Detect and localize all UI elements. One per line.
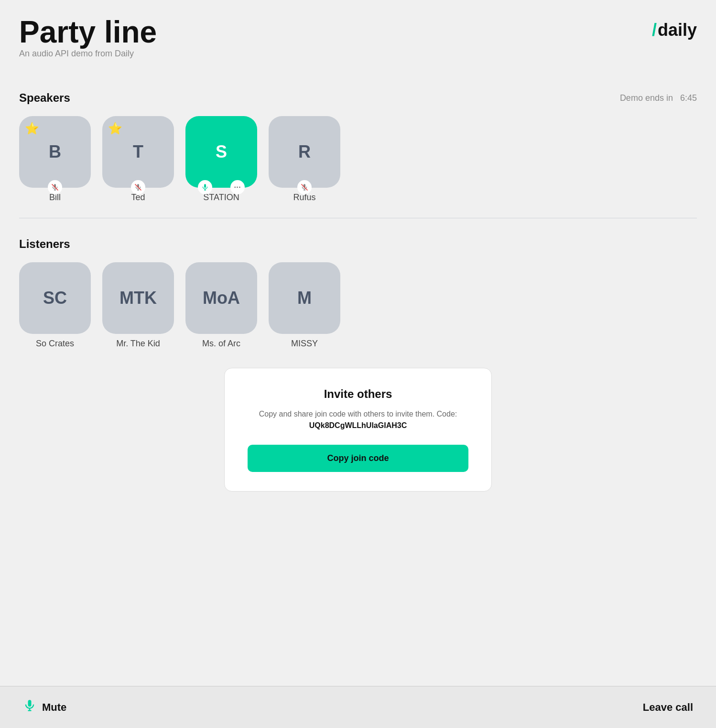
mic-svg <box>23 699 36 712</box>
copy-join-code-button[interactable]: Copy join code <box>248 445 468 472</box>
listener-ms-of-arc: MoA Ms. of Arc <box>185 262 257 349</box>
listeners-section-header: Listeners <box>19 237 697 251</box>
page-title: Party line <box>19 15 157 49</box>
avatar-bill: ⭐ B <box>19 116 91 188</box>
star-icon-bill: ⭐ <box>25 122 39 135</box>
avatar-station: S ··· <box>185 116 257 188</box>
invite-card: Invite others Copy and share join code w… <box>224 368 492 492</box>
bottom-bar: Mute Leave call <box>0 686 716 728</box>
subtitle: An audio API demo from Daily <box>19 49 157 59</box>
logo-text: daily <box>658 20 697 40</box>
avatar-missy: M <box>269 262 340 334</box>
listener-so-crates: SC So Crates <box>19 262 91 349</box>
muted-mic-icon-bill <box>51 183 59 191</box>
listener-missy-name: MISSY <box>291 339 318 349</box>
avatar-so-crates: SC <box>19 262 91 334</box>
muted-mic-icon-ted <box>134 183 142 191</box>
speakers-section-header: Speakers Demo ends in 6:45 <box>19 91 697 105</box>
invite-description: Copy and share join code with others to … <box>248 408 468 431</box>
listener-mr-the-kid: MTK Mr. The Kid <box>102 262 174 349</box>
listeners-row: SC So Crates MTK Mr. The Kid MoA Ms. of … <box>19 262 697 349</box>
svg-rect-8 <box>204 184 206 188</box>
speaker-rufus: R Rufus <box>269 116 340 203</box>
more-options-station[interactable]: ··· <box>230 180 245 194</box>
svg-rect-15 <box>28 700 32 707</box>
mute-indicator-bill <box>48 180 62 194</box>
speaker-bill: ⭐ B Bill <box>19 116 91 203</box>
speaker-ted: ⭐ T Ted <box>102 116 174 203</box>
header: Party line An audio API demo from Daily … <box>19 15 697 87</box>
avatar-ms-of-arc: MoA <box>185 262 257 334</box>
section-divider <box>19 218 697 218</box>
microphone-icon <box>23 699 36 716</box>
mute-indicator-rufus <box>297 180 312 194</box>
invite-code: UQk8DCgWLLhUlaGIAH3C <box>309 421 407 429</box>
demo-timer: Demo ends in 6:45 <box>620 93 697 103</box>
mute-label: Mute <box>42 701 66 714</box>
speakers-row: ⭐ B Bill ⭐ T <box>19 116 697 203</box>
mute-indicator-ted <box>131 180 145 194</box>
listener-so-crates-name: So Crates <box>36 339 74 349</box>
avatar-mr-the-kid: MTK <box>102 262 174 334</box>
listener-mr-the-kid-name: Mr. The Kid <box>116 339 160 349</box>
star-icon-ted: ⭐ <box>108 122 122 135</box>
speaker-station: S ··· STATION <box>185 116 257 203</box>
avatar-rufus: R <box>269 116 340 188</box>
listener-missy: M MISSY <box>269 262 340 349</box>
daily-logo: / daily <box>652 20 697 40</box>
mute-button[interactable]: Mute <box>23 699 66 716</box>
speaker-station-name: STATION <box>203 193 239 203</box>
logo-slash: / <box>652 20 657 40</box>
leave-call-button[interactable]: Leave call <box>643 701 693 714</box>
invite-title: Invite others <box>248 387 468 401</box>
avatar-ted: ⭐ T <box>102 116 174 188</box>
listeners-label: Listeners <box>19 237 70 251</box>
active-mic-icon-station <box>201 183 209 191</box>
speakers-label: Speakers <box>19 91 70 105</box>
muted-mic-icon-rufus <box>301 183 308 191</box>
listener-ms-of-arc-name: Ms. of Arc <box>202 339 240 349</box>
